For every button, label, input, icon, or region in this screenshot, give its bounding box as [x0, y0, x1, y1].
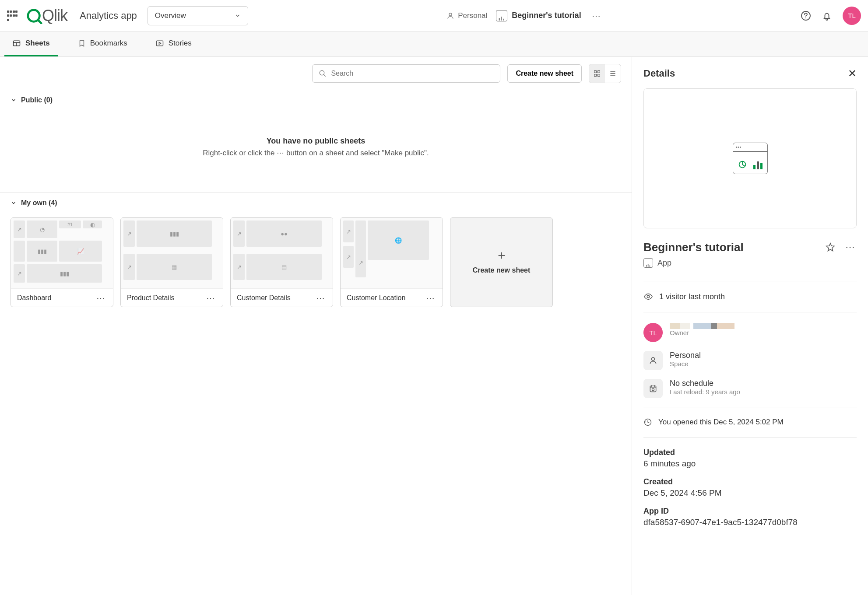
sheet-more-button[interactable]: ⋯ [424, 291, 436, 305]
owner-block: TL Owner [643, 323, 857, 342]
chevron-down-icon [235, 13, 241, 19]
person-icon [446, 12, 454, 20]
public-section-header[interactable]: Public (0) [0, 90, 632, 110]
svg-rect-17 [598, 74, 600, 77]
svg-line-13 [324, 74, 326, 77]
favorite-button[interactable] [825, 242, 836, 252]
myown-section: My own (4) ↗ ◔ #1 ◐ ▮▮▮ [0, 193, 632, 325]
create-sheet-button[interactable]: Create new sheet [507, 64, 582, 83]
tab-sheets-label: Sheets [25, 39, 50, 48]
sheet-card-footer: Dashboard ⋯ [11, 288, 113, 307]
app-thumbnail-icon: ••• [733, 143, 768, 174]
app-type-label: App [657, 259, 671, 268]
updated-label: Updated [643, 448, 857, 457]
bookmark-icon [78, 39, 86, 48]
view-toggle [589, 64, 621, 83]
sheet-preview: ↗ ▮▮▮ ↗ ▦ [121, 218, 223, 288]
app-launcher-icon[interactable] [7, 10, 18, 21]
app-name-chip[interactable]: Beginner's tutorial [496, 10, 581, 21]
sheets-icon [12, 39, 21, 48]
space-block: Personal Space [643, 351, 857, 370]
app-thumbnail: ••• [643, 88, 857, 228]
empty-title: You have no public sheets [0, 136, 632, 146]
details-panel: Details ✕ ••• Beginner's tutorial ⋯ [632, 57, 868, 595]
person-icon [643, 351, 663, 370]
list-icon [609, 70, 616, 77]
sheet-card-dashboard[interactable]: ↗ ◔ #1 ◐ ▮▮▮ 📈 ↗ ▮▮▮ [11, 217, 113, 307]
sheet-more-button[interactable]: ⋯ [95, 291, 107, 305]
sheet-card-footer: Product Details ⋯ [121, 288, 223, 307]
space-label: Personal [458, 11, 487, 20]
public-section: Public (0) You have no public sheets Rig… [0, 90, 632, 193]
help-icon[interactable] [801, 10, 811, 21]
search-box[interactable] [312, 64, 500, 83]
details-header: Details ✕ [643, 67, 857, 80]
tab-stories[interactable]: Stories [148, 32, 200, 56]
top-center: Personal Beginner's tutorial ⋯ [248, 9, 801, 23]
svg-point-32 [652, 388, 654, 391]
sheet-name: Dashboard [17, 294, 51, 302]
schedule-name: No schedule [670, 379, 740, 388]
grid-view-button[interactable] [589, 64, 605, 83]
notifications-icon[interactable] [822, 10, 832, 21]
stories-icon [155, 39, 164, 48]
app-more-button[interactable]: ⋯ [590, 9, 602, 23]
svg-rect-4 [501, 17, 502, 21]
schedule-sub: Last reload: 9 years ago [670, 388, 740, 396]
space-sub: Space [670, 360, 701, 368]
sheet-more-button[interactable]: ⋯ [204, 291, 217, 305]
search-input[interactable] [331, 70, 494, 77]
svg-rect-3 [499, 18, 500, 21]
sheet-card-customer-details[interactable]: ↗ ●● ↗ ▤ Customer Details ⋯ [230, 217, 333, 307]
created-value: Dec 5, 2024 4:56 PM [643, 488, 857, 498]
opened-text: You opened this Dec 5, 2024 5:02 PM [658, 418, 784, 427]
close-button[interactable]: ✕ [848, 67, 857, 80]
appid-block: App ID dfa58537-6907-47e1-9ac5-132477d0b… [643, 507, 857, 527]
svg-rect-23 [646, 265, 647, 266]
svg-rect-5 [503, 18, 504, 20]
view-dropdown[interactable]: Overview [148, 6, 248, 25]
sheet-card-customer-location[interactable]: ↗ 🌐 ↗ ↗ Customer Location ⋯ [340, 217, 443, 307]
updated-value: 6 minutes ago [643, 459, 857, 469]
sheet-cards: ↗ ◔ #1 ◐ ▮▮▮ 📈 ↗ ▮▮▮ [0, 213, 632, 325]
sheet-preview: ↗ ●● ↗ ▤ [231, 218, 333, 288]
owner-role: Owner [670, 329, 734, 336]
qlik-logo[interactable]: Qlik [26, 7, 67, 25]
create-card-label: Create new sheet [473, 266, 531, 274]
details-more-button[interactable]: ⋯ [843, 240, 857, 255]
svg-rect-16 [594, 74, 597, 77]
visitor-row: 1 visitor last month [643, 292, 857, 301]
app-icon [496, 10, 507, 21]
tabs-bar: Sheets Bookmarks Stories [0, 32, 868, 57]
tab-sheets[interactable]: Sheets [4, 32, 58, 56]
svg-rect-14 [594, 71, 597, 73]
history-icon [643, 418, 652, 427]
myown-section-header[interactable]: My own (4) [0, 193, 632, 213]
list-view-button[interactable] [605, 64, 621, 83]
sheet-card-product-details[interactable]: ↗ ▮▮▮ ↗ ▦ Product Details ⋯ [120, 217, 223, 307]
sheet-card-footer: Customer Location ⋯ [341, 288, 443, 307]
app-type-row: App [643, 258, 857, 268]
eye-icon [643, 292, 653, 301]
details-title: Details [643, 68, 675, 79]
create-sheet-card[interactable]: Create new sheet [450, 217, 553, 307]
user-avatar[interactable]: TL [843, 7, 861, 25]
sheet-more-button[interactable]: ⋯ [314, 291, 327, 305]
sheet-preview: ↗ ◔ #1 ◐ ▮▮▮ 📈 ↗ ▮▮▮ [11, 218, 113, 288]
visitor-text: 1 visitor last month [659, 292, 725, 301]
tab-bookmarks[interactable]: Bookmarks [70, 32, 135, 56]
space-name: Personal [670, 351, 701, 360]
space-indicator[interactable]: Personal [446, 11, 487, 20]
qlik-logo-icon [26, 7, 43, 24]
main: Create new sheet Public (0) You have no … [0, 57, 868, 595]
public-empty-state: You have no public sheets Right-click or… [0, 110, 632, 192]
appid-value: dfa58537-6907-47e1-9ac5-132477d0bf78 [643, 518, 857, 527]
app-icon [643, 258, 653, 268]
sheet-name: Product Details [127, 294, 175, 302]
tab-stories-label: Stories [169, 39, 192, 48]
svg-rect-11 [156, 41, 163, 46]
app-name-label: Beginner's tutorial [512, 11, 581, 20]
logo-text: Qlik [42, 7, 67, 25]
sheet-name: Customer Location [347, 294, 405, 302]
public-section-label: Public (0) [21, 96, 53, 104]
